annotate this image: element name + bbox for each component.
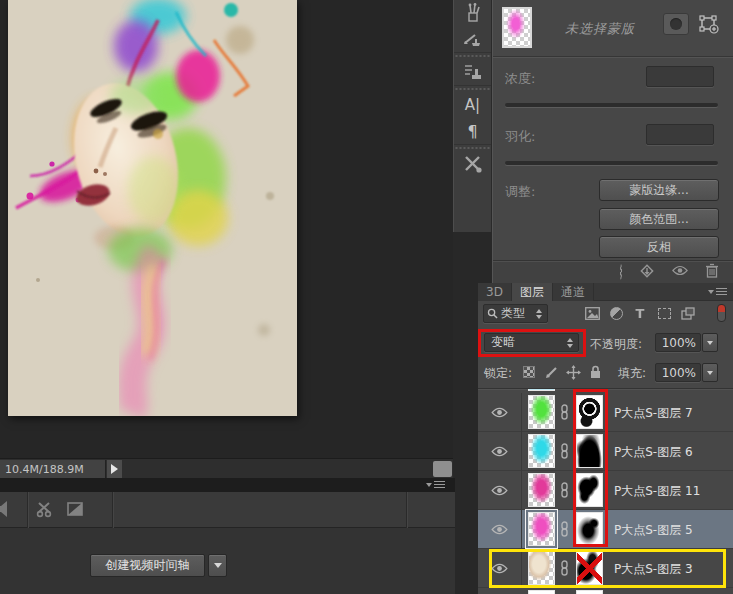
layers-panel-menu-icon[interactable] — [708, 288, 727, 295]
timeline-panel-header — [0, 478, 455, 492]
filter-adjustment-layers-icon[interactable] — [606, 305, 626, 322]
document-status-bar: 10.4M/188.9M — [0, 458, 453, 478]
feather-label: 羽化: — [505, 128, 535, 146]
brush-settings-panel-icon[interactable] — [454, 0, 491, 26]
filter-type-dropdown[interactable]: 类型 — [483, 304, 548, 323]
layer-row[interactable]: P大点S-图层 3 — [478, 549, 733, 588]
mask-edge-button[interactable]: 蒙版边缘... — [599, 179, 719, 201]
menu-lines — [716, 288, 727, 295]
mask-link-chain-icon[interactable] — [559, 443, 570, 459]
mask-link-chain-icon[interactable] — [559, 560, 570, 576]
tab-layers[interactable]: 图层 — [512, 283, 553, 301]
feather-input[interactable] — [646, 124, 714, 145]
opacity-value-box[interactable]: 100% — [655, 333, 701, 352]
apply-mask-icon[interactable] — [639, 263, 655, 282]
color-range-label: 颜色范围... — [629, 211, 688, 228]
mask-link-chain-icon[interactable] — [559, 482, 570, 498]
paragraph-panel-icon[interactable]: ¶ — [454, 118, 491, 144]
layer-visibility-eye-icon[interactable] — [478, 471, 522, 510]
character-panel-icon[interactable]: A| — [454, 92, 491, 118]
layer-mask-thumbnail[interactable] — [576, 473, 603, 507]
tab-layers-label: 图层 — [520, 284, 544, 301]
layer-thumbnail[interactable] — [528, 551, 555, 585]
transition-icon[interactable] — [66, 500, 84, 518]
add-vector-mask-button[interactable] — [696, 13, 722, 35]
document-size-readout[interactable]: 10.4M/188.9M — [0, 460, 106, 478]
mask-link-chain-icon[interactable] — [559, 521, 570, 537]
layer-thumbnail[interactable] — [528, 434, 555, 468]
document-size-text: 10.4M/188.9M — [5, 463, 84, 476]
layer-visibility-eye-icon[interactable] — [478, 549, 522, 588]
invert-button[interactable]: 反相 — [599, 236, 719, 258]
tab-channels-label: 通道 — [561, 284, 585, 301]
create-video-timeline-button[interactable]: 创建视频时间轴 — [90, 554, 205, 577]
tool-presets-panel-icon[interactable] — [454, 151, 491, 177]
fill-value-box[interactable]: 100% — [655, 363, 701, 382]
split-clip-scissors-icon[interactable] — [36, 500, 54, 518]
menu-triangle — [426, 483, 432, 487]
layer-thumbnail[interactable] — [528, 395, 555, 429]
layer-name[interactable]: P大点S-图层 3 — [614, 561, 693, 578]
load-selection-from-mask-icon[interactable] — [620, 265, 622, 279]
layer-name[interactable]: P大点S-图层 6 — [614, 444, 693, 461]
add-pixel-mask-button[interactable] — [663, 13, 689, 35]
fill-dropdown-arrow[interactable] — [702, 363, 718, 382]
color-range-button[interactable]: 颜色范围... — [599, 208, 719, 230]
layer-mask-thumbnail-crossed[interactable] — [576, 551, 603, 585]
layer-mask-thumbnail[interactable] — [576, 434, 603, 468]
mask-status-text: 未选择蒙版 — [565, 20, 635, 38]
status-flyout-button[interactable] — [107, 460, 122, 478]
brush-presets-panel-icon[interactable] — [454, 26, 491, 52]
tab-channels[interactable]: 通道 — [553, 283, 594, 301]
layer-visibility-eye-icon[interactable] — [478, 393, 522, 432]
layer-row[interactable]: P大点S-图层 6 — [478, 432, 733, 471]
audio-mute-icon[interactable] — [0, 500, 10, 518]
layer-mask-thumbnail[interactable] — [576, 512, 603, 546]
delete-mask-trash-icon[interactable] — [705, 263, 719, 281]
disable-mask-eye-icon[interactable] — [672, 265, 688, 279]
layer-mask-thumbnail[interactable] — [576, 395, 603, 429]
invert-label: 反相 — [647, 239, 671, 256]
layer-thumbnail[interactable] — [528, 473, 555, 507]
timeline-panel-menu-icon[interactable] — [426, 481, 445, 488]
pixel-mask-icon — [670, 18, 682, 30]
lock-transparency-icon[interactable] — [520, 363, 538, 381]
layer-thumbnail[interactable] — [528, 512, 555, 546]
filter-smart-objects-icon[interactable] — [678, 305, 698, 322]
tab-3d[interactable]: 3D — [478, 283, 512, 301]
timeline-mode-dropdown-button[interactable] — [208, 554, 227, 577]
layer-visibility-eye-icon[interactable] — [478, 432, 522, 471]
artwork-image — [8, 0, 297, 416]
layer-filter-toggle-switch[interactable] — [717, 304, 726, 322]
toolbar-divider — [406, 492, 407, 528]
layer-name[interactable]: P大点S-图层 5 — [614, 522, 693, 539]
layer-name[interactable]: P大点S-图层 11 — [614, 483, 700, 500]
filter-type-layers-icon[interactable]: T — [630, 305, 650, 322]
horizontal-scrollbar-thumb[interactable] — [433, 461, 452, 477]
canvas-area[interactable] — [0, 0, 453, 458]
clone-source-panel-icon[interactable] — [454, 59, 491, 85]
filter-shape-layers-icon[interactable] — [654, 305, 674, 322]
blend-mode-value: 变暗 — [491, 334, 515, 351]
lock-all-icon[interactable] — [586, 363, 604, 381]
opacity-dropdown-arrow[interactable] — [702, 333, 718, 352]
feather-slider[interactable] — [505, 161, 718, 165]
dropdown-updown-icon — [567, 338, 573, 348]
filter-pixel-layers-icon[interactable] — [582, 305, 602, 322]
layer-name[interactable]: P大点S-图层 7 — [614, 405, 693, 422]
lock-pixels-brush-icon[interactable] — [542, 363, 560, 381]
layer-row[interactable]: P大点S-图层 5 — [478, 510, 733, 549]
tab-3d-label: 3D — [486, 285, 503, 299]
layer-visibility-eye-icon[interactable] — [478, 510, 522, 549]
blend-mode-dropdown[interactable]: 变暗 — [484, 333, 579, 352]
layer-row[interactable]: P大点S-图层 11 — [478, 471, 733, 510]
layer-row[interactable]: P大点S-图层 7 — [478, 393, 733, 432]
blend-mode-row: 变暗 不透明度: 100% — [478, 327, 733, 357]
lock-position-icon[interactable] — [564, 363, 582, 381]
mask-link-chain-icon[interactable] — [559, 404, 570, 420]
density-input[interactable] — [646, 66, 714, 87]
density-slider[interactable] — [505, 103, 718, 107]
mask-preview-thumbnail[interactable] — [502, 7, 532, 48]
partial-layer-row — [478, 588, 733, 594]
search-icon — [487, 308, 498, 319]
